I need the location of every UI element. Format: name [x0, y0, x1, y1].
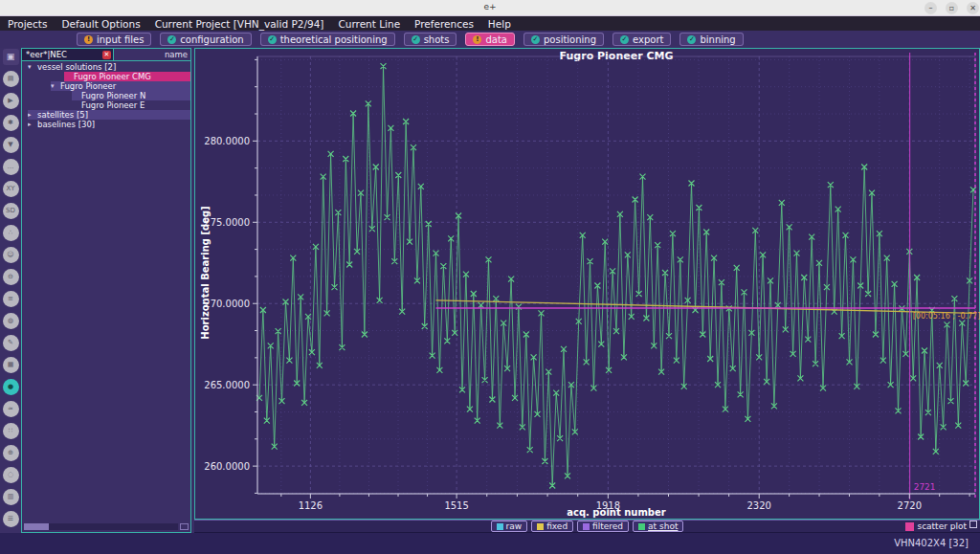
toolbar-tab-binning[interactable]: ✓binning — [679, 33, 743, 46]
stats-icon[interactable]: ∷ — [3, 423, 19, 439]
maximize-button[interactable]: ▫ — [946, 2, 958, 14]
series-line — [259, 66, 973, 485]
expander-closed-icon[interactable]: ▸ — [28, 121, 34, 128]
toolbar-tab-label: positioning — [544, 34, 596, 45]
wave-icon[interactable]: ≈ — [3, 401, 19, 417]
application-window: e+ –▫✕ ProjectsDefault OptionsCurrent Pr… — [0, 0, 980, 554]
legend-swatch — [583, 523, 590, 530]
minimize-button[interactable]: – — [924, 2, 937, 14]
tree-item-fugro-pioneer-n[interactable]: Fugro Pioneer N — [22, 91, 190, 100]
legend-button-filtered[interactable]: filtered — [577, 521, 629, 532]
solution-tree: ▾vessel solutions [2]Fugro Pioneer CMG▾F… — [22, 61, 190, 129]
plot-type-label: scatter plot — [917, 521, 967, 531]
menubar: ProjectsDefault OptionsCurrent Project [… — [0, 16, 980, 31]
close-button[interactable]: ✕ — [967, 2, 979, 14]
tree-item-content: ▸baselines [30] — [28, 120, 190, 129]
plot-type-swatch — [905, 522, 914, 531]
tree-item-label: Fugro Pioneer CMG — [74, 72, 151, 81]
legend-label: fixed — [546, 521, 568, 531]
legend-swatch — [638, 523, 645, 530]
tree-item-fugro-pioneer-e[interactable]: Fugro Pioneer E — [22, 100, 190, 110]
play-icon[interactable]: ▶ — [3, 93, 19, 109]
tree-item-fugro-pioneer-cmg[interactable]: Fugro Pioneer CMG — [22, 72, 190, 81]
toolbar-tab-theoretical-positioning[interactable]: ✓theoretical positioning — [260, 33, 395, 46]
menu-preferences[interactable]: Preferences — [414, 18, 474, 30]
import-icon[interactable]: ▼ — [3, 137, 19, 153]
list-icon[interactable]: ≡ — [3, 291, 19, 307]
grid-icon[interactable]: ▦ — [3, 357, 19, 373]
tree-filter-input[interactable]: *eer*|NEC ✕ — [22, 49, 114, 60]
plot-type-indicator[interactable]: scatter plot — [905, 521, 967, 531]
legend-swatch — [537, 523, 544, 530]
database-icon[interactable]: ● — [3, 379, 19, 395]
tree-item-baselines-30-[interactable]: ▸baselines [30] — [22, 120, 190, 129]
face-icon[interactable]: ☺ — [3, 247, 19, 263]
toolbar-tab-data[interactable]: !data — [465, 33, 515, 46]
toolbar-tab-export[interactable]: ✓export — [612, 33, 671, 46]
target-icon[interactable]: ◌ — [3, 467, 19, 483]
tree-item-vessel-solutions-2-[interactable]: ▾vessel solutions [2] — [22, 62, 190, 72]
tree-item-label: baselines [30] — [37, 120, 95, 129]
y-tick-label: 265.0000 — [204, 380, 250, 390]
series-legend-bar: rawfixedfilteredat shot scatter plot — [194, 520, 980, 533]
expander-closed-icon[interactable]: ▸ — [28, 111, 34, 119]
trend-line — [436, 300, 975, 314]
scrollbar-thumb[interactable] — [24, 523, 49, 530]
xy2-icon[interactable]: XY — [3, 181, 19, 197]
check-icon: ✓ — [167, 35, 176, 44]
settings-icon[interactable]: ✱ — [3, 115, 19, 131]
warning-icon: ! — [473, 35, 481, 44]
menu-help[interactable]: Help — [488, 18, 511, 30]
toolbar-tab-input-files[interactable]: !input files — [77, 33, 151, 46]
y-tick-label: 260.0000 — [204, 461, 250, 472]
tree-item-fugro-pioneer[interactable]: ▾Fugro Pioneer — [22, 81, 190, 91]
workflow-toolbar: !input files✓configuration✓theoretical p… — [0, 31, 980, 48]
menu-current-line[interactable]: Current Line — [338, 18, 400, 30]
nodes-icon[interactable]: ∴ — [3, 225, 19, 241]
toolbar-tab-shots[interactable]: ✓shots — [404, 33, 457, 46]
y-axis-label: Horizontal Bearing [deg] — [200, 201, 212, 344]
bearing-chart-panel: Fugro Pioneer CMG 2721[00:05:16 ; -0.77]… — [194, 48, 980, 520]
menu-projects[interactable]: Projects — [8, 18, 47, 30]
lock-icon[interactable]: ▣ — [3, 49, 19, 65]
toolbar-tab-label: binning — [700, 34, 735, 45]
check-icon: ✓ — [687, 35, 696, 44]
edit-icon[interactable]: ✎ — [3, 335, 19, 351]
tree-filter-value: *eer*|NEC — [26, 50, 100, 59]
legend-button-at-shot[interactable]: at shot — [633, 521, 683, 532]
toolbar-tab-configuration[interactable]: ✓configuration — [160, 33, 251, 46]
tree-item-satellites-5-[interactable]: ▸satellites [5] — [22, 110, 190, 120]
clear-filter-icon[interactable]: ✕ — [102, 51, 111, 59]
detach-window-icon[interactable] — [969, 521, 977, 528]
tree-filter-row: *eer*|NEC ✕ name — [22, 49, 190, 61]
window-title: e+ — [0, 2, 980, 11]
data-tree-panel: *eer*|NEC ✕ name ▾vessel solutions [2]Fu… — [21, 48, 191, 533]
x-axis-label: acq. point number — [257, 507, 975, 518]
expander-open-icon[interactable]: ▾ — [51, 82, 57, 90]
toolbar-tab-positioning[interactable]: ✓positioning — [523, 33, 604, 46]
menu-default-options[interactable]: Default Options — [61, 18, 140, 30]
menu-current-project-vhn-valid-p-[interactable]: Current Project [VHN_valid P2/94] — [155, 18, 324, 30]
menu-icon[interactable]: ☰ — [3, 511, 19, 527]
check-icon: ✓ — [531, 35, 540, 44]
statusbar: VHN402X4 [32] — [0, 533, 980, 554]
legend-button-raw[interactable]: raw — [491, 521, 528, 532]
chart-plot-area[interactable]: 2721[00:05:16 ; -0.77]260.0000265.000027… — [195, 49, 980, 521]
toolbar-tab-label: export — [633, 34, 663, 45]
sd-icon[interactable]: SD — [3, 203, 19, 219]
legend-button-fixed[interactable]: fixed — [531, 521, 573, 532]
zoom-in-icon[interactable]: ⊕ — [3, 445, 19, 461]
tree-item-label: vessel solutions [2] — [37, 62, 116, 72]
folder-icon[interactable]: ▤ — [3, 71, 19, 87]
ellipsis-icon[interactable]: … — [3, 159, 19, 175]
y-tick-label: 280.0000 — [204, 136, 250, 146]
cells-icon[interactable]: ▥ — [3, 489, 19, 505]
toolbar-tab-label: data — [485, 34, 507, 45]
expander-open-icon[interactable]: ▾ — [28, 63, 34, 71]
window-titlebar[interactable]: e+ –▫✕ — [0, 0, 980, 16]
globe-icon[interactable]: ◍ — [3, 313, 19, 329]
tree-horizontal-scrollbar[interactable] — [24, 523, 178, 530]
zoom-out-icon[interactable]: ⊖ — [3, 269, 19, 285]
warning-icon: ! — [84, 35, 93, 44]
legend-label: raw — [506, 521, 523, 531]
